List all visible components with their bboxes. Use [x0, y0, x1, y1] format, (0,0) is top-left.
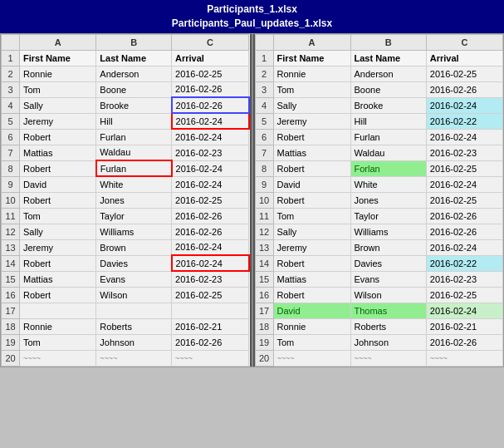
corner-cell — [2, 34, 20, 50]
col-a-header: A — [20, 34, 96, 50]
table-row: 13 Jeremy Brown 2016-02-24 — [2, 239, 249, 255]
col-header-row: A B C — [255, 34, 503, 50]
table-row: 7 Mattias Waldau 2016-02-23 — [255, 145, 503, 160]
table-row: 1 First Name Last Name Arrival — [255, 50, 503, 66]
table-row: 3 Tom Boone 2016-02-26 — [255, 81, 503, 97]
table-row: 6 Robert Furlan 2016-02-24 — [2, 129, 249, 145]
right-sheet: A B C 1 First Name Last Name Arrival 2 R… — [255, 34, 504, 367]
table-row: 20 ~~~~ ~~~~ ~~~~ — [2, 350, 249, 366]
table-row: 4 Sally Brooke 2016-02-24 — [255, 97, 503, 113]
table-row: 16 Robert Wilson 2016-02-25 — [255, 287, 503, 303]
table-row: 1 First Name Last Name Arrival — [2, 50, 249, 66]
col-a-header-right: A — [273, 34, 350, 50]
main-window: Participants_1.xlsx Participants_Paul_up… — [0, 0, 504, 367]
table-row: 14 Robert Davies 2016-02-24 — [2, 255, 249, 271]
table-row: 12 Sally Williams 2016-02-26 — [255, 224, 503, 239]
table-row: 19 Tom Johnson 2016-02-26 — [255, 334, 503, 350]
table-row: 14 Robert Davies 2016-02-22 — [255, 255, 503, 271]
table-row: 18 Ronnie Roberts 2016-02-21 — [2, 318, 249, 334]
table-row: 16 Robert Wilson 2016-02-25 — [2, 287, 249, 303]
table-row: 9 David White 2016-02-24 — [2, 176, 249, 192]
col-b-header: B — [96, 34, 172, 50]
corner-cell-right — [255, 34, 273, 50]
table-row: 9 David White 2016-02-24 — [255, 176, 503, 192]
table-row: 7 Mattias Waldau 2016-02-23 — [2, 145, 249, 160]
table-row: 5 Jeremy Hill 2016-02-22 — [255, 113, 503, 129]
table-row: 18 Ronnie Roberts 2016-02-21 — [255, 318, 503, 334]
table-row: 8 Robert Furlan 2016-02-24 — [2, 160, 249, 176]
table-row: 4 Sally Brooke 2016-02-26 — [2, 97, 249, 113]
table-row: 3 Tom Boone 2016-02-26 — [2, 81, 249, 97]
left-sheet: A B C 1 First Name Last Name Arrival 2 R… — [1, 34, 250, 367]
table-row: 20 ~~~~ ~~~~ ~~~~ — [255, 350, 503, 366]
table-row: 15 Mattias Evans 2016-02-23 — [255, 271, 503, 287]
left-table: A B C 1 First Name Last Name Arrival 2 R… — [1, 34, 250, 367]
col-c-header: C — [172, 34, 249, 50]
table-row: 10 Robert Jones 2016-02-25 — [255, 192, 503, 208]
spreadsheet-container: A B C 1 First Name Last Name Arrival 2 R… — [0, 33, 504, 367]
table-row: 2 Ronnie Anderson 2016-02-25 — [2, 66, 249, 81]
table-row: 5 Jeremy Hill 2016-02-24 — [2, 113, 249, 129]
col-b-header-right: B — [350, 34, 426, 50]
table-row: 10 Robert Jones 2016-02-25 — [2, 192, 249, 208]
table-row: 12 Sally Williams 2016-02-26 — [2, 224, 249, 239]
title-bar: Participants_1.xlsx Participants_Paul_up… — [0, 0, 504, 33]
table-row: 2 Ronnie Anderson 2016-02-25 — [255, 66, 503, 81]
table-row: 11 Tom Taylor 2016-02-26 — [255, 208, 503, 224]
right-table: A B C 1 First Name Last Name Arrival 2 R… — [255, 34, 504, 367]
col-c-header-right: C — [426, 34, 502, 50]
table-row: 8 Robert Forlan 2016-02-25 — [255, 160, 503, 176]
table-row: 15 Mattias Evans 2016-02-23 — [2, 271, 249, 287]
table-row: 6 Robert Furlan 2016-02-24 — [255, 129, 503, 145]
table-row: 13 Jeremy Brown 2016-02-24 — [255, 239, 503, 255]
file1-title: Participants_1.xlsx — [0, 2, 504, 17]
new-row: 17 David Thomas 2016-02-24 — [255, 303, 503, 318]
table-row: 19 Tom Johnson 2016-02-26 — [2, 334, 249, 350]
changed-cell: Forlan — [350, 160, 426, 176]
table-row: 11 Tom Taylor 2016-02-26 — [2, 208, 249, 224]
table-row: 17 — [2, 303, 249, 318]
file2-title: Participants_Paul_updates_1.xlsx — [0, 17, 504, 31]
col-header-row: A B C — [2, 34, 249, 50]
